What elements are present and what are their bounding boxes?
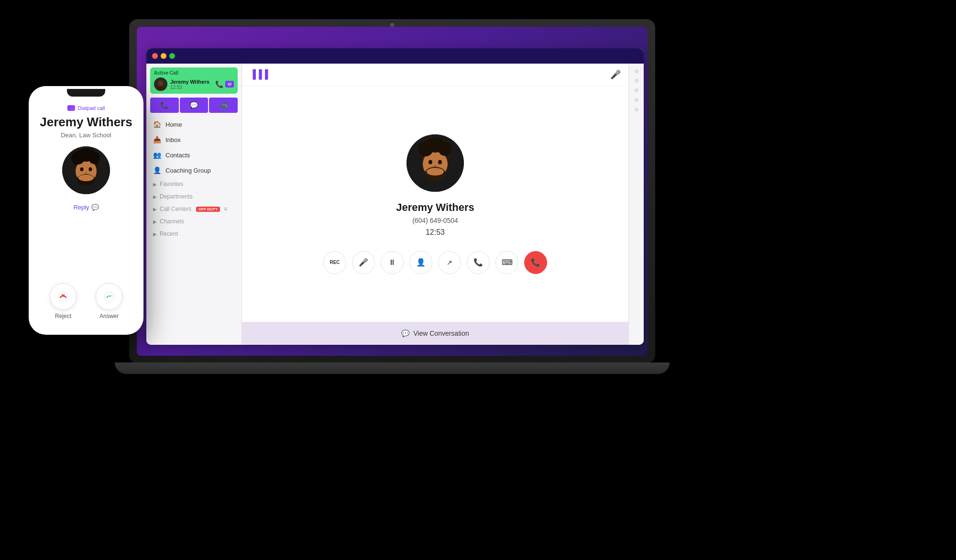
dialpad-call-label: Dialpad call — [67, 105, 105, 111]
sidebar-section-call-centers[interactable]: ▶ Call Centers OFF DUTY ≡ — [146, 203, 242, 215]
sidebar-item-contacts-label: Contacts — [165, 152, 190, 159]
svg-point-6 — [429, 160, 432, 164]
sidebar: Active Call — [146, 64, 242, 345]
phone-actions: Reject Answer — [50, 283, 122, 319]
reject-button[interactable] — [50, 283, 77, 310]
chevron-favorites: ▶ — [153, 182, 157, 187]
active-call-banner[interactable]: Active Call — [150, 67, 238, 94]
end-call-icon[interactable]: 📞 — [215, 80, 223, 88]
recent-label: Recent — [160, 231, 178, 237]
sidebar-item-home[interactable]: 🏠 Home — [146, 117, 242, 132]
call-duration-main: 12:53 — [426, 228, 445, 237]
sidebar-item-coaching-label: Coaching Group — [165, 167, 211, 174]
window-titlebar — [146, 48, 644, 64]
reject-icon — [57, 291, 69, 302]
chevron-call-centers: ▶ — [153, 207, 157, 212]
caller-phone: (604) 649-0504 — [412, 217, 458, 224]
keypad-button[interactable]: ⌨ — [495, 251, 518, 274]
phone-avatar — [62, 146, 110, 194]
phone-caller-title: Dean, Law School — [61, 132, 111, 139]
answer-button[interactable] — [96, 283, 122, 310]
svg-point-27 — [58, 292, 68, 301]
svg-point-19 — [89, 167, 92, 171]
call-duration-small: 12:53 — [170, 85, 212, 90]
chevron-departments: ▶ — [153, 194, 157, 199]
phone-caller-name: Jeremy Withers — [40, 115, 132, 130]
view-conversation-bar[interactable]: 💬 View Conversation — [242, 322, 628, 345]
svg-point-10 — [427, 168, 444, 176]
svg-point-1 — [158, 80, 164, 86]
svg-point-13 — [438, 142, 451, 156]
sidebar-item-inbox-label: Inbox — [165, 136, 181, 143]
svg-point-18 — [80, 167, 84, 171]
sidebar-item-contacts[interactable]: 👥 Contacts — [146, 147, 242, 163]
answer-icon — [103, 291, 115, 302]
call-action-icons: 📞 Vi — [215, 80, 234, 88]
call-centers-label: Call Centers — [160, 206, 191, 212]
sidebar-item-inbox[interactable]: 📥 Inbox — [146, 132, 242, 147]
mic-icon[interactable]: 🎤 — [610, 69, 621, 80]
window-content: Active Call — [146, 64, 644, 345]
maximize-button[interactable] — [169, 53, 175, 59]
record-button[interactable]: REC — [323, 251, 346, 274]
sidebar-section-departments[interactable]: ▶ Departments — [146, 190, 242, 203]
chevron-channels: ▶ — [153, 219, 157, 224]
sidebar-section-channels[interactable]: ▶ Channels — [146, 215, 242, 228]
channels-label: Channels — [160, 218, 184, 225]
hamburger-icon[interactable]: ≡ — [224, 206, 227, 212]
phone-device: Dialpad call Jeremy Withers Dean, Law Sc… — [29, 86, 143, 335]
video-button[interactable]: 📹 — [209, 98, 238, 113]
laptop-body: Active Call — [129, 19, 655, 363]
svg-point-22 — [78, 175, 94, 181]
sidebar-section-recent[interactable]: ▶ Recent — [146, 228, 242, 240]
close-button[interactable] — [152, 53, 158, 59]
reply-button[interactable]: Reply 💬 — [73, 204, 99, 211]
scene: Active Call — [0, 0, 956, 560]
phone-call-button[interactable]: 📞 — [150, 98, 179, 113]
bars-icon: ▐▐▐ — [250, 69, 268, 80]
right-dot-3 — [635, 88, 638, 92]
right-dot-2 — [635, 79, 638, 83]
mute-button[interactable]: 🎤 — [352, 251, 375, 274]
swap-button[interactable]: 📞 — [467, 251, 490, 274]
right-dot-5 — [635, 108, 638, 111]
call-buttons-row: 📞 💬 📹 — [150, 98, 238, 113]
transfer-button[interactable]: ↗ — [438, 251, 461, 274]
caller-name-small: Jeremy Withers — [170, 79, 212, 85]
reject-label: Reject — [55, 313, 71, 319]
inbox-icon: 📥 — [153, 136, 161, 143]
app-window: Active Call — [146, 48, 644, 345]
caller-avatar-small — [154, 77, 167, 91]
phone-notch-bar — [29, 86, 143, 99]
answer-action: Answer — [96, 283, 122, 319]
svg-point-7 — [438, 160, 442, 164]
main-content: ▐▐▐ 🎤 — [242, 64, 628, 345]
dialpad-call-text: Dialpad call — [78, 105, 105, 111]
off-duty-badge: OFF DUTY — [196, 207, 220, 212]
home-icon: 🏠 — [153, 121, 161, 128]
right-sidebar — [628, 64, 644, 345]
sidebar-section-favorites[interactable]: ▶ Favorites — [146, 178, 242, 190]
chat-button[interactable]: 💬 — [180, 98, 209, 113]
minimize-button[interactable] — [161, 53, 166, 59]
chevron-recent: ▶ — [153, 231, 157, 237]
vi-badge: Vi — [225, 81, 234, 88]
end-call-button[interactable]: 📞 — [524, 251, 547, 274]
laptop-screen: Active Call — [137, 27, 648, 356]
add-caller-button[interactable]: 👤 — [409, 251, 432, 274]
laptop: Active Call — [129, 19, 665, 392]
right-dot-1 — [635, 69, 638, 73]
coaching-icon: 👤 — [153, 166, 161, 174]
laptop-base — [115, 362, 670, 374]
favorites-label: Favorites — [160, 181, 183, 187]
chat-conv-icon: 💬 — [401, 329, 409, 337]
svg-point-25 — [88, 152, 100, 164]
reply-icon: 💬 — [91, 204, 99, 211]
svg-point-30 — [104, 292, 114, 301]
pause-button[interactable]: ⏸ — [381, 251, 404, 274]
active-call-info: Jeremy Withers 12:53 📞 Vi — [154, 77, 234, 91]
call-controls: REC 🎤 ⏸ 👤 ↗ 📞 ⌨ 📞 — [323, 251, 547, 274]
sidebar-item-home-label: Home — [165, 121, 182, 128]
phone-notch — [67, 89, 105, 97]
sidebar-item-coaching-group[interactable]: 👤 Coaching Group — [146, 163, 242, 178]
